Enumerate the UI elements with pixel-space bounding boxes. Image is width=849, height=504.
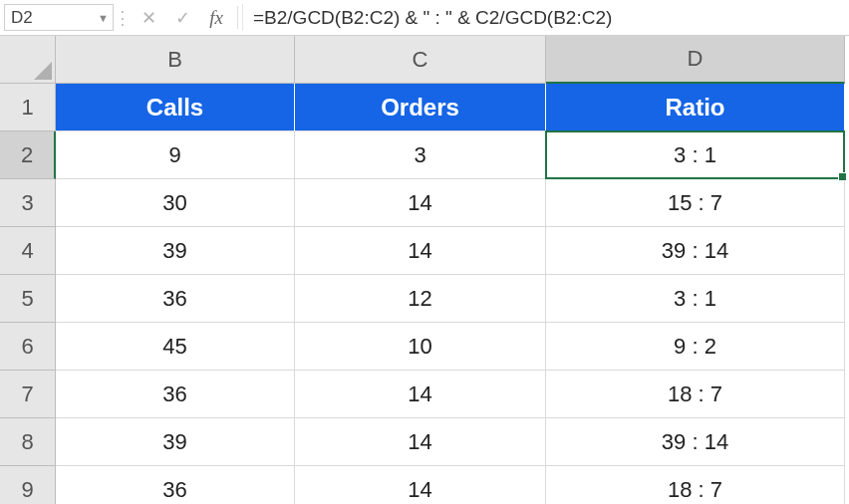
cell-D6[interactable]: 9 : 2	[546, 323, 845, 371]
row-header-3[interactable]: 3	[0, 179, 56, 227]
cell-C4[interactable]: 14	[295, 227, 546, 275]
row-header-8[interactable]: 8	[0, 418, 56, 466]
formula-input[interactable]: =B2/GCD(B2:C2) & " : " & C2/GCD(B2:C2)	[242, 4, 845, 31]
header-cell-calls[interactable]: Calls	[56, 84, 295, 131]
cell-B3[interactable]: 30	[56, 179, 295, 227]
cell-D8[interactable]: 39 : 14	[546, 418, 845, 466]
divider	[237, 6, 238, 29]
cell-C3[interactable]: 14	[295, 179, 546, 227]
column-header-B[interactable]: B	[56, 36, 295, 84]
fx-icon[interactable]: fx	[199, 0, 233, 35]
spreadsheet-grid: B C D 1 Calls Orders Ratio 2 9 3 3 : 1 3…	[0, 36, 849, 504]
row-header-1[interactable]: 1	[0, 84, 56, 131]
row-header-4[interactable]: 4	[0, 227, 56, 275]
cell-C5[interactable]: 12	[295, 275, 546, 323]
separator-icon: ⋮	[114, 0, 132, 35]
cell-B4[interactable]: 39	[56, 227, 295, 275]
cell-B8[interactable]: 39	[56, 418, 295, 466]
name-box-value: D2	[11, 8, 33, 28]
cell-B9[interactable]: 36	[56, 466, 295, 504]
column-header-C[interactable]: C	[295, 36, 546, 84]
cell-D3[interactable]: 15 : 7	[546, 179, 845, 227]
cell-C7[interactable]: 14	[295, 371, 546, 418]
chevron-down-icon[interactable]: ▼	[98, 12, 109, 24]
cancel-icon[interactable]: ✕	[132, 0, 165, 35]
row-header-5[interactable]: 5	[0, 275, 56, 323]
cell-C6[interactable]: 10	[295, 323, 546, 371]
formula-bar: D2 ▼ ⋮ ✕ ✓ fx =B2/GCD(B2:C2) & " : " & C…	[0, 0, 849, 36]
cell-D4[interactable]: 39 : 14	[546, 227, 845, 275]
header-cell-orders[interactable]: Orders	[295, 84, 546, 131]
cell-D7[interactable]: 18 : 7	[546, 371, 845, 418]
cell-B7[interactable]: 36	[56, 371, 295, 418]
cell-C8[interactable]: 14	[295, 418, 546, 466]
cell-B2[interactable]: 9	[56, 131, 295, 179]
cell-D9[interactable]: 18 : 7	[546, 466, 845, 504]
row-header-2[interactable]: 2	[0, 131, 56, 179]
column-header-D[interactable]: D	[546, 36, 845, 84]
row-header-7[interactable]: 7	[0, 371, 56, 418]
cell-C2[interactable]: 3	[295, 131, 546, 179]
cell-D2[interactable]: 3 : 1	[546, 131, 845, 179]
cell-D5[interactable]: 3 : 1	[546, 275, 845, 323]
cell-C9[interactable]: 14	[295, 466, 546, 504]
enter-icon[interactable]: ✓	[165, 0, 199, 35]
cell-B6[interactable]: 45	[56, 323, 295, 371]
cell-B5[interactable]: 36	[56, 275, 295, 323]
header-cell-ratio[interactable]: Ratio	[546, 84, 845, 131]
select-all-corner[interactable]	[0, 36, 56, 84]
name-box[interactable]: D2 ▼	[4, 4, 114, 31]
row-header-9[interactable]: 9	[0, 466, 56, 504]
row-header-6[interactable]: 6	[0, 323, 56, 371]
